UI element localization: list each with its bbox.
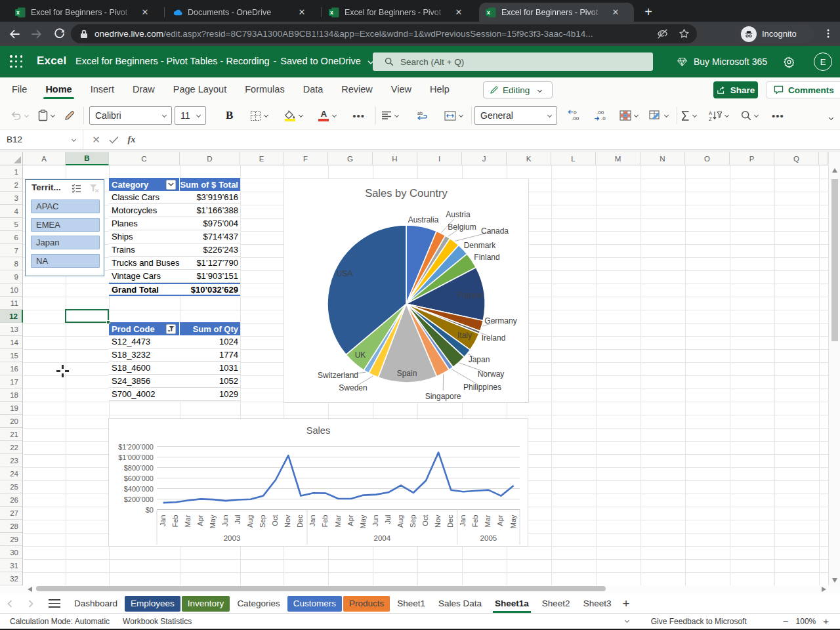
pivot-cell[interactable]: Trains	[109, 243, 180, 257]
more-font-options-icon[interactable]: •••	[352, 110, 365, 121]
menu-tab-formulas[interactable]: Formulas	[245, 78, 284, 101]
browser-menu-icon[interactable]	[820, 26, 836, 41]
menu-tab-page-layout[interactable]: Page Layout	[173, 78, 226, 101]
pivot-cell[interactable]: $3’919’616	[180, 191, 240, 204]
browser-tab[interactable]: Documents - OneDrive✕	[165, 3, 320, 22]
zoom-in-button[interactable]: +	[816, 616, 836, 627]
number-format-select[interactable]: General	[474, 106, 557, 125]
paste-button[interactable]	[38, 110, 56, 121]
pivot-table-category[interactable]: CategorySum of $ TotalClassic Cars$3’919…	[109, 178, 240, 296]
sheet-tab-sheet2[interactable]: Sheet2	[536, 596, 576, 612]
more-toolbar-options-icon[interactable]: •••	[772, 110, 784, 121]
autosum-button[interactable]	[681, 111, 698, 121]
spreadsheet-grid[interactable]: ABCDEFGHIJKLMNOPQ12345678910111213141516…	[0, 152, 840, 585]
pivot-cell[interactable]: Ships	[109, 230, 180, 243]
row-header-4[interactable]: 4	[0, 205, 23, 218]
sheet-list-menu-icon[interactable]	[49, 599, 60, 608]
row-header-1[interactable]: 1	[0, 165, 23, 178]
row-header-24[interactable]: 24	[0, 467, 23, 480]
pivot-cell[interactable]: 1774	[180, 348, 240, 362]
column-header-L[interactable]: L	[551, 152, 596, 165]
slicer-item-japan[interactable]: Japan	[31, 236, 100, 249]
column-header-C[interactable]: C	[109, 152, 180, 165]
add-sheet-button[interactable]: +	[622, 597, 629, 611]
vertical-scroll-thumb[interactable]	[831, 179, 838, 341]
column-header-F[interactable]: F	[284, 152, 328, 165]
column-header-Q[interactable]: Q	[774, 152, 819, 165]
scroll-down-icon[interactable]	[832, 578, 837, 583]
column-header-E[interactable]: E	[240, 152, 284, 165]
fill-handle[interactable]	[106, 320, 110, 324]
slicer-item-emea[interactable]: EMEA	[31, 218, 100, 232]
font-color-button[interactable]: A	[318, 110, 338, 121]
select-all-corner[interactable]	[0, 152, 23, 165]
pivot-cell[interactable]: Vintage Cars	[109, 270, 180, 283]
sheet-tab-dashboard[interactable]: Dashboard	[68, 596, 123, 612]
row-header-10[interactable]: 10	[0, 284, 23, 297]
tab-close-icon[interactable]: ✕	[610, 7, 621, 18]
pivot-cell[interactable]: Classic Cars	[109, 191, 180, 204]
column-header-I[interactable]: I	[417, 152, 462, 165]
row-header-17[interactable]: 17	[0, 375, 23, 388]
menu-tab-file[interactable]: File	[12, 78, 27, 101]
scroll-up-icon[interactable]	[832, 168, 837, 173]
conditional-formatting-button[interactable]	[649, 110, 670, 121]
column-header-M[interactable]: M	[596, 152, 640, 165]
row-header-22[interactable]: 22	[0, 441, 23, 454]
line-chart-sales[interactable]: Sales$0$200’000$400’000$600’000$800’000$…	[108, 418, 528, 547]
row-header-29[interactable]: 29	[0, 533, 23, 546]
menu-tab-data[interactable]: Data	[303, 78, 324, 101]
row-header-14[interactable]: 14	[0, 336, 23, 349]
app-launcher-icon[interactable]	[9, 54, 24, 69]
enter-check-icon[interactable]	[105, 131, 123, 148]
scroll-right-icon[interactable]	[822, 587, 826, 592]
browser-tab[interactable]: xExcel for Beginners - Pivot✕	[9, 3, 163, 22]
column-header-K[interactable]: K	[507, 152, 551, 165]
pivot-cell[interactable]: 1031	[180, 362, 240, 375]
forward-icon[interactable]	[28, 25, 46, 43]
pivot-cell[interactable]: $714’437	[180, 230, 240, 243]
pivot-cell[interactable]: $10’032’629	[180, 283, 240, 296]
browser-tab[interactable]: xExcel for Beginners - Pivot✕	[479, 3, 634, 22]
column-header-B[interactable]: B	[66, 152, 109, 165]
row-header-7[interactable]: 7	[0, 244, 23, 257]
vertical-scrollbar[interactable]	[828, 152, 840, 585]
format-painter-icon[interactable]	[64, 110, 77, 121]
search-input[interactable]: Search (Alt + Q)	[373, 52, 653, 71]
row-header-27[interactable]: 27	[0, 507, 23, 520]
pivot-cell[interactable]: $1’903’151	[180, 270, 240, 283]
pivot-cell[interactable]: Grand Total	[109, 283, 180, 296]
horizontal-scrollbar[interactable]	[0, 585, 840, 594]
row-header-18[interactable]: 18	[0, 388, 23, 402]
row-header-25[interactable]: 25	[0, 480, 23, 494]
format-as-table-button[interactable]	[620, 110, 640, 121]
row-header-32[interactable]: 32	[0, 572, 23, 585]
pivot-cell[interactable]: $1’166’388	[180, 204, 240, 217]
menu-tab-view[interactable]: View	[391, 78, 411, 101]
sort-filter-button[interactable]: AZ	[709, 110, 730, 121]
selected-cell-B12[interactable]	[65, 309, 109, 323]
menu-tab-help[interactable]: Help	[430, 78, 450, 101]
buy-microsoft-365-button[interactable]: Buy Microsoft 365	[677, 56, 767, 68]
workbook-statistics-button[interactable]: Workbook Statistics	[123, 617, 192, 626]
scroll-left-icon[interactable]	[28, 587, 32, 592]
column-header-D[interactable]: D	[180, 152, 240, 165]
app-name[interactable]: Excel	[37, 54, 66, 68]
row-header-26[interactable]: 26	[0, 494, 23, 507]
comments-button[interactable]: Comments	[766, 81, 840, 98]
insert-function-icon[interactable]: fx	[123, 131, 140, 148]
font-name-select[interactable]: Calibri	[89, 106, 172, 125]
sheet-nav-left-icon[interactable]	[3, 600, 17, 608]
row-header-31[interactable]: 31	[0, 559, 23, 572]
row-header-28[interactable]: 28	[0, 520, 23, 533]
sheet-tab-categories[interactable]: Categories	[231, 596, 285, 612]
merge-center-button[interactable]	[444, 111, 465, 121]
row-header-20[interactable]: 20	[0, 415, 23, 428]
account-avatar[interactable]: E	[814, 52, 832, 71]
row-header-8[interactable]: 8	[0, 257, 23, 270]
column-header-O[interactable]: O	[685, 152, 730, 165]
pivot-cell[interactable]: S12_4473	[109, 335, 180, 348]
sheet-tab-sheet1[interactable]: Sheet1	[391, 596, 431, 612]
row-header-2[interactable]: 2	[0, 178, 23, 192]
pivot-cell[interactable]: Sum of Qty	[180, 322, 240, 335]
